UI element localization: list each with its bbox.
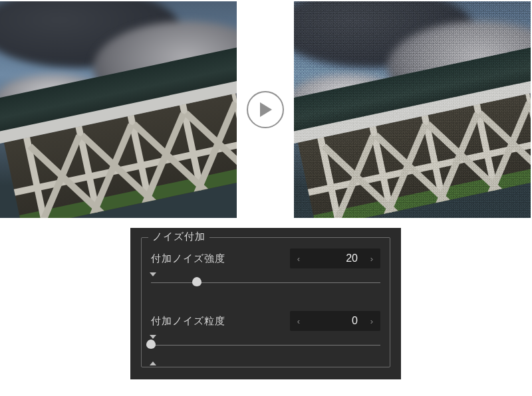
noise-overlay [294, 1, 531, 218]
slider-thumb-grain[interactable] [146, 340, 156, 349]
slider-reset-marker-top[interactable] [150, 272, 156, 276]
stepper-value-grain[interactable]: 0 [307, 315, 363, 327]
param-row-intensity: 付加ノイズ強度 ‹ 20 › [151, 248, 380, 268]
image-after [294, 1, 531, 218]
stepper-increase-button[interactable]: › [363, 311, 380, 331]
slider-grain[interactable] [151, 339, 380, 356]
stepper-decrease-button[interactable]: ‹ [290, 311, 307, 331]
noise-addition-group: ノイズ付加 付加ノイズ強度 ‹ 20 › 付加ノイズ粒度 ‹ 0 [141, 237, 390, 367]
slider-reset-marker-top[interactable] [150, 335, 156, 339]
stepper-decrease-button[interactable]: ‹ [290, 248, 307, 268]
param-row-grain: 付加ノイズ粒度 ‹ 0 › [151, 311, 380, 331]
slider-track[interactable] [151, 345, 380, 346]
before-after-comparison [0, 0, 532, 218]
stepper-intensity[interactable]: ‹ 20 › [290, 248, 380, 268]
stepper-increase-button[interactable]: › [363, 248, 380, 268]
play-icon [259, 102, 272, 117]
slider-thumb-intensity[interactable] [192, 277, 201, 286]
slider-track[interactable] [151, 282, 380, 283]
slider-reset-marker-bottom[interactable] [150, 361, 156, 365]
transform-arrow [247, 91, 284, 128]
stepper-grain[interactable]: ‹ 0 › [290, 311, 380, 331]
param-label-intensity: 付加ノイズ強度 [151, 252, 225, 265]
slider-intensity[interactable] [151, 276, 380, 294]
group-title: ノイズ付加 [148, 231, 209, 243]
noise-addition-panel: ノイズ付加 付加ノイズ強度 ‹ 20 › 付加ノイズ粒度 ‹ 0 [130, 228, 401, 379]
image-before [0, 1, 237, 218]
stepper-value-intensity[interactable]: 20 [307, 252, 363, 264]
param-label-grain: 付加ノイズ粒度 [151, 315, 225, 328]
